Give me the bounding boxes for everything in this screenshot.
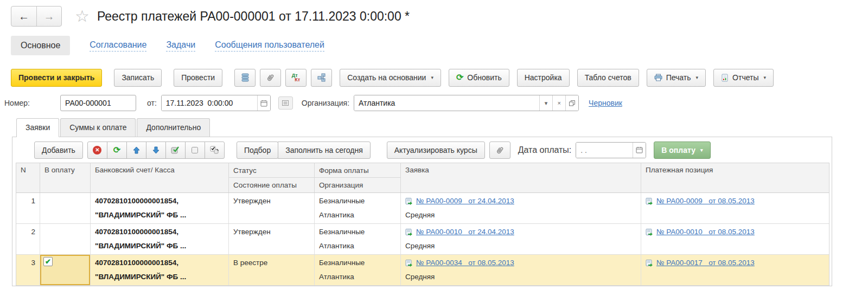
forward-button[interactable]: → [36,7,61,26]
arrow-down-icon [152,146,159,154]
col-header-account[interactable]: Банковский счет/ Касса [91,163,229,192]
table-body: 1 40702810100000001854, "ВЛАДИМИРСКИЙ" Ф… [16,193,829,286]
tab-requests[interactable]: Заявки [16,118,59,137]
col-header-pay-form[interactable]: Форма оплаты Организация [315,163,401,192]
document-icon [405,229,413,236]
table-row[interactable]: 1 40702810100000001854, "ВЛАДИМИРСКИЙ" Ф… [16,193,829,224]
position-link[interactable]: № РА00-0009 от 08.05.2013 [646,194,755,208]
to-pay-checkbox[interactable]: ✔ [43,257,53,266]
create-based-on-button[interactable]: Создать на основании ▾ [340,69,441,87]
organization-input[interactable] [354,95,539,111]
col-header-request[interactable]: Заявка [401,163,641,192]
report-icon [721,74,729,82]
calendar-icon[interactable] [633,143,646,158]
invert-flags-icon [210,146,219,154]
to-pay-cell[interactable]: ✔ [40,255,91,285]
register-records-button[interactable] [234,69,256,87]
chevron-down-icon: ▾ [764,75,767,80]
document-icon [646,229,653,236]
post-and-close-button[interactable]: Провести и закрыть [11,69,102,87]
command-bar: Провести и закрыть Записать Провести ДтК… [11,68,868,87]
to-pay-cell[interactable] [40,224,91,254]
refresh-button[interactable]: ⟳ Обновить [449,69,509,87]
calendar-icon[interactable] [257,95,270,111]
date-field-group [161,95,271,111]
request-link[interactable]: № РА00-0009 от 24.04.2013 [405,194,514,208]
related-documents-button[interactable] [311,69,332,87]
document-icon [646,198,653,205]
print-button[interactable]: Печать ▾ [647,69,706,87]
move-up-button[interactable] [126,141,146,159]
set-flags-button[interactable] [165,141,186,159]
debit-credit-button[interactable]: ДтКт [285,69,307,87]
draft-state-link[interactable]: Черновик [589,99,622,107]
print-label: Печать [666,73,691,82]
nav-link-approval[interactable]: Согласование [90,40,146,52]
document-header-form: Номер: от: Организация: ▾ × Черновик [4,94,868,112]
register-icon [241,73,249,82]
delete-row-button[interactable]: ✕ [87,141,107,159]
attachments-button[interactable] [260,69,281,87]
row-number-cell: 3 [16,255,40,285]
set-flags-icon [171,146,180,154]
row-number-cell: 2 [16,224,40,254]
post-button[interactable]: Провести [174,69,222,87]
col-header-position[interactable]: Платежная позиция [641,163,829,192]
fill-today-button[interactable]: Заполнить на сегодня [278,141,371,159]
nav-link-user-messages[interactable]: Сообщения пользователей [215,40,324,52]
back-button[interactable]: ← [11,7,36,26]
arrow-up-icon [133,146,140,154]
document-icon [405,260,413,267]
organization-field-group: ▾ × [354,95,579,111]
chevron-down-icon: ▾ [696,75,699,80]
pick-button[interactable]: Подбор [237,141,278,159]
save-button[interactable]: Записать [114,69,162,87]
table-row[interactable]: 2 40702810100000001854, "ВЛАДИМИРСКИЙ" Ф… [16,224,829,255]
clear-icon[interactable]: × [552,95,565,111]
to-pay-cell[interactable] [40,193,91,223]
settings-button[interactable]: Настройка [517,69,570,87]
date-input[interactable] [162,95,257,111]
chevron-down-icon: ▾ [700,147,703,153]
dropdown-icon[interactable]: ▾ [539,95,552,111]
request-link[interactable]: № РА00-0034 от 08.05.2013 [405,256,514,270]
tab-amounts[interactable]: Суммы к оплате [60,118,136,137]
number-label: Номер: [4,99,30,107]
table-header: N В оплату Банковский счет/ Касса Статус… [16,163,829,193]
status-cell: Утвержден [229,224,315,254]
tab-additional[interactable]: Дополнительно [137,118,210,137]
table-row[interactable]: 3 ✔ 40702810100000001854, "ВЛАДИМИРСКИЙ"… [16,255,829,286]
col-header-n[interactable]: N [16,163,40,192]
clear-flags-button[interactable] [185,141,205,159]
nav-link-tasks[interactable]: Задачи [166,40,195,52]
detail-tabs: Заявки Суммы к оплате Дополнительно [16,118,868,137]
history-menu-icon[interactable] [278,96,293,110]
refresh-icon: ⟳ [113,146,120,155]
move-down-button[interactable] [146,141,166,159]
nav-tab-main[interactable]: Основное [11,36,70,55]
invert-flags-button[interactable] [205,141,225,159]
pay-date-input[interactable] [576,143,633,158]
chevron-down-icon: ▾ [431,75,433,80]
table-toolbar: Добавить ✕ ⟳ Подбор Заполнить на сегодня [12,137,832,163]
col-header-status[interactable]: Статус Состояние оплаты [229,163,315,192]
position-link[interactable]: № РА00-0017 от 08.05.2013 [646,256,755,270]
reports-button[interactable]: Отчеты ▾ [713,69,774,87]
favorite-star-icon[interactable]: ☆ [75,8,90,24]
clear-flags-icon [191,146,199,154]
bank-account-cell: 40702810100000001854, "ВЛАДИМИРСКИЙ" ФБ … [91,193,229,223]
position-link[interactable]: № РА00-0010 от 08.05.2013 [646,225,755,239]
add-row-button[interactable]: Добавить [34,141,83,159]
refresh-table-button[interactable]: ⟳ [107,141,127,159]
accounts-board-button[interactable]: Табло счетов [577,69,639,87]
col-header-to-pay[interactable]: В оплату [40,163,91,192]
col-header-pay-form-label: Форма оплаты [315,163,400,178]
update-rates-button[interactable]: Актуализировать курсы [387,141,485,159]
number-input[interactable] [60,95,136,111]
open-item-icon[interactable] [565,95,578,111]
col-header-status-label: Статус [229,163,314,178]
attachments-table-button[interactable] [489,141,510,159]
request-cell: № РА00-0010 от 24.04.2013 Средняя [401,224,641,254]
request-link[interactable]: № РА00-0010 от 24.04.2013 [405,225,514,239]
to-payment-button[interactable]: В оплату ▾ [654,141,710,159]
